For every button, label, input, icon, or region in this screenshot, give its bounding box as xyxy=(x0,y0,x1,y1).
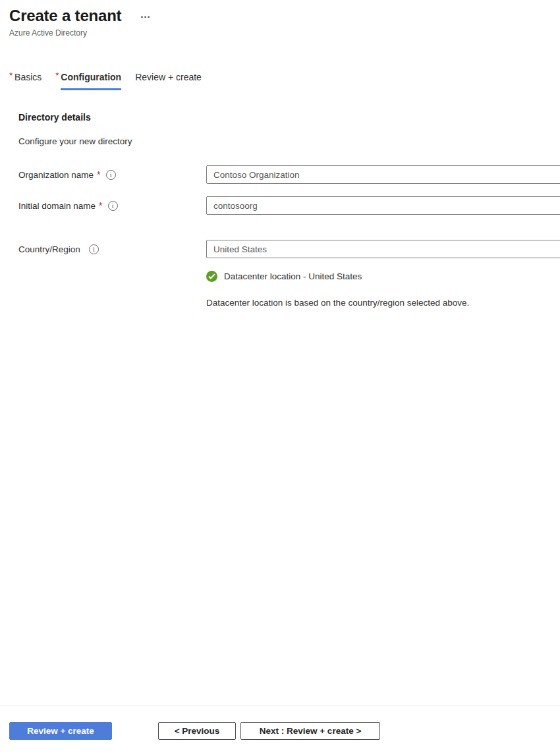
label-text: Organization name xyxy=(18,170,94,180)
tab-content: Directory details Configure your new dir… xyxy=(0,90,560,308)
field-col xyxy=(206,196,560,215)
datacenter-note: Datacenter location is based on the coun… xyxy=(206,298,560,308)
page-header: Create a tenant … Azure Active Directory xyxy=(0,0,560,38)
label-text: Country/Region xyxy=(18,244,80,254)
datacenter-status-text: Datacenter location - United States xyxy=(224,271,362,281)
organization-name-input[interactable] xyxy=(206,165,560,184)
tab-configuration-label: Configuration xyxy=(61,71,121,90)
country-region-select[interactable] xyxy=(206,240,560,258)
create-tenant-page: Create a tenant … Azure Active Directory… xyxy=(0,0,560,753)
more-menu-icon[interactable]: … xyxy=(140,8,152,21)
section-heading: Directory details xyxy=(18,112,560,123)
page-title: Create a tenant xyxy=(9,7,121,25)
form-row-country-region: Country/Region i xyxy=(18,240,560,258)
previous-button[interactable]: < Previous xyxy=(158,722,236,740)
tab-review-create-label: Review + create xyxy=(135,71,202,88)
review-create-button[interactable]: Review + create xyxy=(9,722,112,740)
datacenter-status-row: Datacenter location - United States xyxy=(206,271,560,282)
required-asterisk: * xyxy=(55,71,59,80)
footer-bar: Review + create < Previous Next : Review… xyxy=(0,706,560,753)
directory-details-form: Organization name * i Initial domain nam… xyxy=(18,165,560,308)
required-asterisk: * xyxy=(99,201,102,210)
content-spacer xyxy=(0,308,560,706)
field-col xyxy=(206,165,560,184)
tab-review-create[interactable]: Review + create xyxy=(135,71,202,90)
form-row-organization-name: Organization name * i xyxy=(18,165,560,184)
wizard-tabs: * Basics * Configuration Review + create xyxy=(0,71,560,90)
tab-basics-label: Basics xyxy=(14,71,42,88)
required-asterisk: * xyxy=(97,170,100,179)
field-col xyxy=(206,240,560,258)
initial-domain-name-input[interactable] xyxy=(206,196,560,215)
info-icon[interactable]: i xyxy=(89,244,99,254)
section-description: Configure your new directory xyxy=(18,136,560,146)
initial-domain-name-label: Initial domain name * i xyxy=(18,201,206,211)
form-row-initial-domain-name: Initial domain name * i xyxy=(18,196,560,215)
organization-name-label: Organization name * i xyxy=(18,170,206,180)
label-text: Initial domain name xyxy=(18,201,96,211)
info-icon[interactable]: i xyxy=(108,201,118,211)
tab-basics[interactable]: * Basics xyxy=(9,71,42,90)
tab-configuration[interactable]: * Configuration xyxy=(55,71,121,90)
info-icon[interactable]: i xyxy=(106,170,116,180)
required-asterisk: * xyxy=(9,71,13,80)
next-review-create-button[interactable]: Next : Review + create > xyxy=(240,722,380,740)
country-region-label: Country/Region i xyxy=(18,244,206,254)
success-check-icon xyxy=(206,271,217,282)
breadcrumb-subtitle: Azure Active Directory xyxy=(9,28,560,38)
